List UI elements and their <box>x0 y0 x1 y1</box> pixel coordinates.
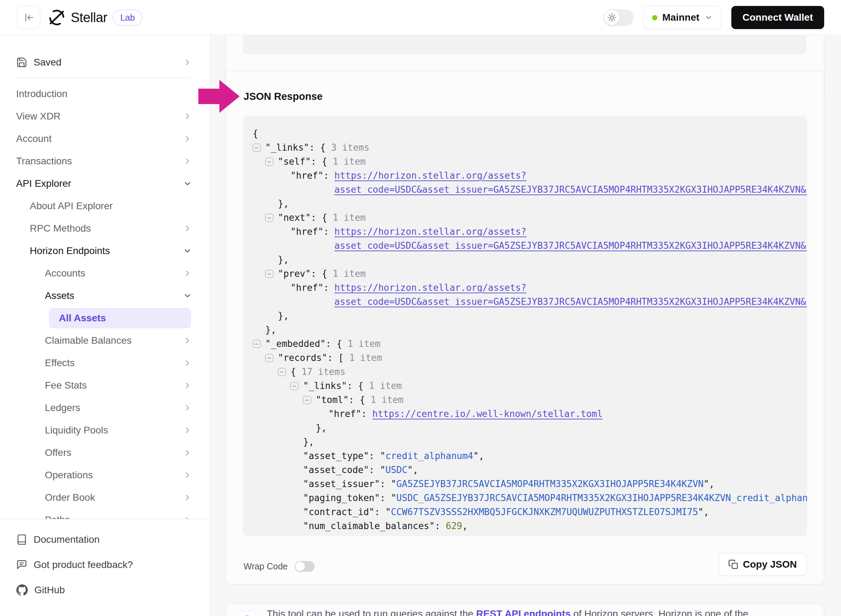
json-token-count: 1 item <box>333 268 366 279</box>
rest-api-endpoints-link[interactable]: REST API endpoints <box>476 608 571 616</box>
collapse-node-icon[interactable] <box>265 158 273 166</box>
json-code-line: "asset_type": "credit_alphanum4", <box>243 449 807 463</box>
json-url-link[interactable]: asset_code=USDC&asset_issuer=GA5ZSEJYB37… <box>334 241 807 251</box>
json-token-key: "next": { <box>278 212 333 223</box>
json-code-line: "contract_id": "CCW67TSZV3SSS2HXMBQ5JFGC… <box>243 505 807 519</box>
sidebar-item-label: Fee Stats <box>45 380 183 391</box>
sidebar-item[interactable]: Transactions <box>0 150 210 172</box>
json-token-punct: " <box>391 479 396 489</box>
wrap-code-toggle[interactable] <box>295 561 315 572</box>
json-token-key: "asset_issuer": <box>303 479 391 489</box>
json-token-punct: " <box>380 450 386 461</box>
sidebar-item[interactable]: Accounts <box>0 262 210 285</box>
json-code-line: "_links": { 3 items <box>243 141 807 154</box>
sidebar-footer: Documentation Got product feedback? GitH… <box>0 519 210 616</box>
json-token-punct: }, <box>278 198 289 209</box>
json-code-line: "next": { 1 item <box>243 211 807 224</box>
sidebar-footer-item[interactable]: Got product feedback? <box>0 552 210 578</box>
sidebar-item[interactable]: Offers <box>0 441 210 464</box>
collapse-node-icon[interactable] <box>252 340 261 348</box>
sidebar-item-saved[interactable]: Saved <box>0 50 210 74</box>
collapse-node-icon[interactable] <box>265 214 273 222</box>
sidebar-item[interactable]: Effects <box>0 352 210 374</box>
json-code-line: "asset_code": "USDC", <box>243 463 807 477</box>
sidebar-item[interactable]: Horizon Endpoints <box>0 240 210 262</box>
json-token-punct: ", <box>704 479 715 489</box>
theme-toggle[interactable] <box>603 9 634 26</box>
json-token-key: "asset_type": <box>303 450 380 461</box>
chevron-right-icon <box>183 224 192 233</box>
chevron-down-icon <box>183 291 192 300</box>
json-url-link[interactable]: asset_code=USDC&asset_issuer=GA5ZSEJYB37… <box>334 184 807 195</box>
sidebar-item-label: RPC Methods <box>30 223 183 234</box>
json-token-key: "self": { <box>278 156 333 167</box>
json-token-punct: }, <box>265 324 276 335</box>
json-token-punct: , <box>446 535 451 536</box>
json-token-key: "contract_id": <box>303 507 386 517</box>
json-url-link[interactable]: https://horizon.stellar.org/assets? <box>334 226 526 237</box>
chevron-right-icon <box>183 134 192 143</box>
sidebar-footer-label: GitHub <box>34 584 65 595</box>
sidebar-item[interactable]: Operations <box>0 464 210 486</box>
sidebar-item-label: Offers <box>45 447 183 458</box>
connect-wallet-button[interactable]: Connect Wallet <box>731 6 824 29</box>
sidebar-item[interactable]: View XDR <box>0 105 210 128</box>
json-token-punct: " <box>380 465 386 475</box>
collapse-node-icon[interactable] <box>303 396 311 404</box>
json-token-punct: { <box>291 367 301 377</box>
collapse-node-icon[interactable] <box>278 368 286 376</box>
sidebar-item[interactable]: Liquidity Pools <box>0 419 210 441</box>
json-url-link[interactable]: https://horizon.stellar.org/assets? <box>334 170 526 181</box>
sidebar-item[interactable]: Introduction <box>0 83 210 105</box>
json-token-key: "_links": { <box>303 381 369 391</box>
sidebar-item-label: About API Explorer <box>30 201 192 212</box>
json-token-key: "prev": { <box>278 268 333 279</box>
copy-icon <box>728 559 739 570</box>
sidebar-item[interactable]: RPC Methods <box>0 217 210 240</box>
chevron-right-icon <box>183 381 192 390</box>
main-content: JSON Response {"_links": { 3 items"self"… <box>210 35 841 616</box>
json-code-line: "href": https://centre.io/.well-known/st… <box>243 407 807 421</box>
sidebar-item[interactable]: All Assets <box>49 308 191 329</box>
network-selector[interactable]: Mainnet <box>643 6 722 29</box>
json-url-link[interactable]: asset_code=USDC&asset_issuer=GA5ZSEJYB37… <box>334 296 807 307</box>
sidebar-item[interactable]: Account <box>0 128 210 150</box>
sidebar-item[interactable]: Claimable Balances <box>0 329 210 352</box>
sidebar-item[interactable]: Fee Stats <box>0 374 210 397</box>
collapse-node-icon[interactable] <box>265 354 273 362</box>
brand[interactable]: Stellar Lab <box>48 0 142 35</box>
section-title: JSON Response <box>244 91 323 102</box>
json-token-key: "asset_code": <box>303 465 380 475</box>
sidebar-item[interactable]: API Explorer <box>0 172 210 195</box>
json-token-count: 1 item <box>333 156 366 167</box>
sidebar-item[interactable]: About API Explorer <box>0 195 210 217</box>
sidebar-item[interactable]: Assets <box>0 285 210 307</box>
sidebar-item[interactable]: Ledgers <box>0 397 210 419</box>
json-token-count: 17 items <box>301 367 345 377</box>
collapse-sidebar-button[interactable] <box>17 6 40 29</box>
chevron-right-icon <box>183 403 192 412</box>
copy-json-button[interactable]: Copy JSON <box>719 553 806 576</box>
json-code-line: "_links": { 1 item <box>243 379 807 393</box>
json-code-line: }, <box>243 253 807 267</box>
json-code-line: "toml": { 1 item <box>243 393 807 407</box>
json-token-punct: ", <box>473 450 484 461</box>
json-token-count: 1 item <box>369 381 402 391</box>
collapse-node-icon[interactable] <box>252 144 261 152</box>
json-token-count: 1 item <box>371 395 404 405</box>
sidebar-nav: Introduction View XDR Account <box>0 83 210 531</box>
sidebar-footer-item[interactable]: Documentation <box>0 527 210 552</box>
chevron-right-icon <box>183 471 192 480</box>
json-token-key: "num_liquidity_pools": <box>303 535 429 536</box>
collapse-node-icon[interactable] <box>291 382 299 390</box>
lab-badge: Lab <box>113 10 142 26</box>
json-url-link[interactable]: https://centre.io/.well-known/stellar.to… <box>372 409 602 419</box>
sidebar-item[interactable]: Order Book <box>0 486 210 509</box>
json-code-line: { <box>243 126 807 141</box>
json-code-line: "href": https://horizon.stellar.org/asse… <box>243 224 807 239</box>
collapse-node-icon[interactable] <box>265 270 273 278</box>
sidebar-footer-item[interactable]: GitHub <box>0 578 210 603</box>
json-token-key: "toml": { <box>316 395 371 405</box>
json-url-link[interactable]: https://horizon.stellar.org/assets? <box>334 282 526 293</box>
chevron-down-icon <box>183 179 192 188</box>
